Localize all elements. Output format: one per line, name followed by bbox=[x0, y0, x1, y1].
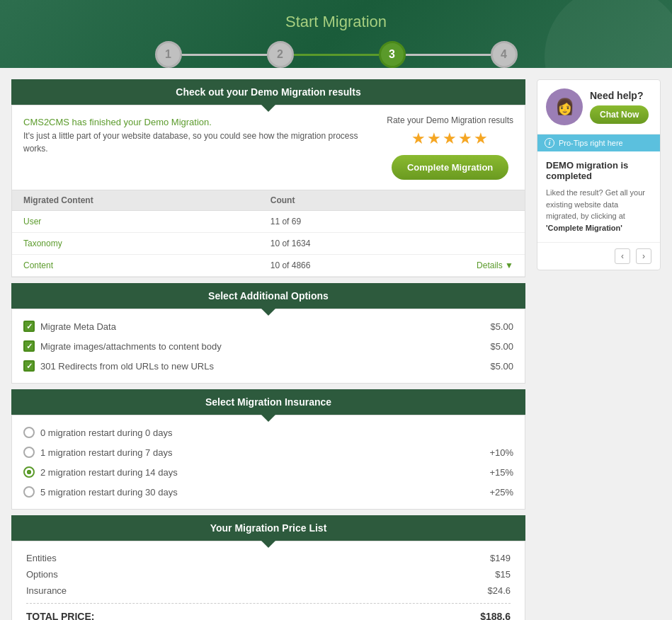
insurance-row-30: 5 migration restart during 30 days +25% bbox=[23, 486, 513, 498]
radio-0days[interactable] bbox=[23, 427, 35, 438]
right-panel: 👩 Need help? Chat Now i Pro-Tips right h… bbox=[537, 79, 661, 620]
option-row-1: Migrate Meta Data $5.00 bbox=[23, 321, 513, 332]
step-line-2 bbox=[294, 54, 379, 56]
insurance-row-14: 2 migration restart during 14 days +15% bbox=[23, 466, 513, 478]
tips-text: Liked the result? Get all your existing … bbox=[546, 187, 651, 234]
help-right: Need help? Chat Now bbox=[590, 90, 649, 124]
price-row-options: Options $15 bbox=[26, 569, 511, 580]
option-row-3: 301 Redirects from old URLs to new URLs … bbox=[23, 360, 513, 372]
col-content: Migrated Content bbox=[12, 190, 259, 211]
header: Start Migration 1 2 3 4 bbox=[0, 0, 672, 68]
price-box: Entities $149 Options $15 Insurance $24.… bbox=[11, 541, 525, 620]
insurance-section: Select Migration Insurance 0 migration r… bbox=[11, 389, 525, 510]
step-line-1 bbox=[182, 54, 267, 56]
demo-results-header: Check out your Demo Migration results bbox=[11, 79, 525, 105]
insurance-header: Select Migration Insurance bbox=[11, 389, 525, 415]
radio-7days[interactable] bbox=[23, 447, 35, 458]
options-box: Migrate Meta Data $5.00 Migrate images/a… bbox=[11, 309, 525, 384]
price-list-header: Your Migration Price List bbox=[11, 515, 525, 541]
steps-bar: 1 2 3 4 bbox=[0, 41, 672, 68]
radio-30days[interactable] bbox=[23, 486, 35, 498]
price-divider bbox=[26, 603, 511, 604]
main-container: Check out your Demo Migration results CM… bbox=[0, 68, 672, 620]
left-panel: Check out your Demo Migration results CM… bbox=[11, 79, 525, 620]
table-row: Taxonomy 10 of 1634 bbox=[12, 233, 525, 255]
tips-content: DEMO migration is completed Liked the re… bbox=[537, 151, 660, 242]
insurance-box: 0 migration restart during 0 days 1 migr… bbox=[11, 415, 525, 510]
page-title: Start Migration bbox=[0, 13, 672, 31]
checkbox-redirects[interactable] bbox=[23, 360, 35, 372]
chat-now-button[interactable]: Chat Now bbox=[590, 105, 649, 124]
total-row: TOTAL PRICE: $188.6 bbox=[26, 611, 511, 620]
pro-tips-bar: i Pro-Tips right here bbox=[537, 134, 660, 151]
additional-options-header: Select Additional Options bbox=[11, 283, 525, 309]
step-2[interactable]: 2 bbox=[267, 41, 294, 68]
migrated-table: Migrated Content Count User 11 of 69 Tax… bbox=[12, 190, 525, 277]
table-row: User 11 of 69 bbox=[12, 211, 525, 233]
help-header: 👩 Need help? Chat Now bbox=[537, 80, 660, 134]
table-row: Content 10 of 4866 Details ▼ bbox=[12, 255, 525, 277]
radio-14days[interactable] bbox=[23, 466, 35, 478]
avatar: 👩 bbox=[546, 88, 583, 125]
step-4[interactable]: 4 bbox=[491, 41, 518, 68]
price-row-insurance: Insurance $24.6 bbox=[26, 585, 511, 596]
demo-results-box: CMS2CMS has finished your Demo Migration… bbox=[11, 105, 525, 277]
info-icon: i bbox=[545, 138, 554, 148]
tips-next-button[interactable]: › bbox=[636, 248, 651, 264]
complete-migration-button-top[interactable]: Complete Migration bbox=[392, 155, 508, 180]
col-count: Count bbox=[259, 190, 525, 211]
details-link[interactable]: Details ▼ bbox=[477, 260, 513, 270]
insurance-row-0: 0 migration restart during 0 days bbox=[23, 427, 513, 438]
tips-nav: ‹ › bbox=[537, 242, 660, 270]
insurance-row-7: 1 migration restart during 7 days +10% bbox=[23, 447, 513, 458]
checkbox-meta-data[interactable] bbox=[23, 321, 35, 332]
option-row-2: Migrate images/attachments to content bo… bbox=[23, 340, 513, 352]
additional-options-section: Select Additional Options Migrate Meta D… bbox=[11, 283, 525, 384]
step-1[interactable]: 1 bbox=[155, 41, 182, 68]
help-box: 👩 Need help? Chat Now i Pro-Tips right h… bbox=[537, 79, 661, 270]
step-line-3 bbox=[406, 54, 491, 56]
price-row-entities: Entities $149 bbox=[26, 553, 511, 563]
tips-prev-button[interactable]: ‹ bbox=[615, 248, 630, 264]
checkbox-images[interactable] bbox=[23, 340, 35, 352]
demo-rate: Rate your Demo Migration results ★★★★★ C… bbox=[387, 115, 513, 180]
step-3[interactable]: 3 bbox=[379, 41, 406, 68]
price-list-section: Your Migration Price List Entities $149 … bbox=[11, 515, 525, 620]
demo-text: CMS2CMS has finished your Demo Migration… bbox=[23, 115, 372, 155]
demo-results-section: Check out your Demo Migration results CM… bbox=[11, 79, 525, 277]
